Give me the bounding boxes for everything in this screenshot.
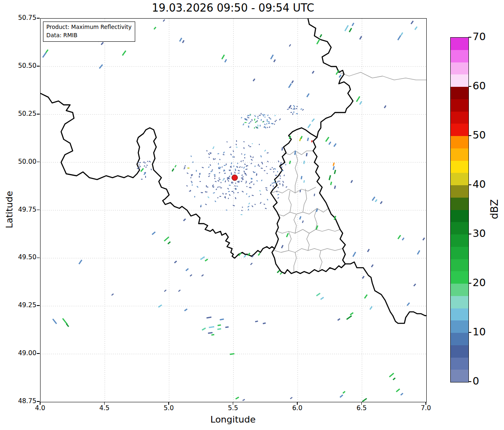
x-tick-label: 5.0 (164, 404, 174, 412)
radar-echo (263, 323, 266, 324)
region-border (339, 72, 427, 80)
clutter-speckle (208, 176, 210, 177)
radar-echo (255, 321, 258, 322)
clutter-speckle (202, 167, 203, 168)
radar-echo (164, 290, 166, 291)
clutter-speckle (207, 150, 207, 151)
clutter-speckle (241, 178, 243, 178)
clutter-speckle (251, 159, 253, 160)
clutter-speckle (255, 204, 256, 205)
clutter-speckle (282, 184, 283, 185)
annotation-box: Product: Maximum Reflectivity Data: RMIB (43, 22, 135, 42)
radar-echo (401, 33, 403, 36)
clutter-speckle (265, 117, 265, 118)
clutter-speckle (287, 109, 289, 110)
clutter-speckle (252, 119, 252, 121)
clutter-speckle (260, 194, 261, 195)
clutter-speckle (281, 162, 282, 163)
radar-echo (329, 142, 331, 145)
clutter-speckle (210, 164, 211, 166)
clutter-speckle (250, 156, 251, 158)
clutter-speckle (265, 188, 268, 188)
radar-echo (307, 93, 309, 97)
radar-echo (320, 297, 323, 299)
clutter-speckle (227, 141, 227, 142)
data-source-line: Data: RMIB (46, 31, 131, 39)
x-tick-label: 5.5 (228, 404, 238, 412)
clutter-speckle (220, 159, 220, 160)
radar-echo (274, 60, 275, 62)
clutter-speckle (268, 122, 270, 122)
clutter-speckle (255, 166, 255, 167)
radar-echo (308, 138, 308, 141)
radar-echo (186, 269, 189, 271)
clutter-speckle (228, 180, 229, 182)
clutter-speckle (267, 121, 268, 122)
clutter-speckle (294, 112, 294, 113)
clutter-speckle (147, 165, 148, 166)
radar-echo (314, 194, 315, 196)
clutter-speckle (215, 181, 217, 182)
colorbar-segment (451, 222, 468, 234)
colorbar-segment (451, 198, 468, 210)
colorbar-tick-mark (468, 184, 471, 185)
radar-echo (363, 276, 364, 279)
radar-echo (141, 168, 143, 172)
clutter-speckle (231, 166, 232, 167)
clutter-speckle (243, 160, 244, 161)
radar-echo (340, 395, 343, 397)
clutter-speckle (261, 180, 262, 181)
country-border (41, 93, 275, 258)
clutter-speckle (267, 173, 268, 174)
clutter-speckle (228, 198, 229, 199)
radar-echo (389, 373, 394, 377)
clutter-speckle (185, 165, 186, 166)
clutter-speckle (279, 181, 280, 182)
radar-echo (236, 397, 239, 399)
clutter-speckle (249, 147, 251, 147)
radar-echo (122, 51, 126, 56)
clutter-speckle (264, 204, 265, 204)
radar-echo (398, 36, 401, 40)
radar-echo (380, 201, 382, 204)
clutter-speckle (244, 164, 246, 165)
x-axis-label: Longitude (40, 414, 426, 425)
clutter-speckle (227, 179, 229, 180)
clutter-speckle (279, 175, 281, 177)
radar-echo (53, 319, 57, 324)
radar-echo (334, 170, 336, 174)
clutter-speckle (191, 177, 191, 179)
clutter-speckle (261, 168, 263, 168)
clutter-speckle (248, 209, 249, 210)
radar-echo (202, 328, 206, 330)
clutter-speckle (264, 114, 265, 115)
radar-echo (312, 119, 314, 122)
clutter-speckle (246, 181, 247, 182)
clutter-speckle (270, 184, 271, 186)
clutter-speckle (254, 115, 256, 117)
colorbar-segment (451, 333, 468, 345)
clutter-speckle (236, 189, 236, 190)
colorbar-segment (451, 271, 468, 284)
radar-echo (205, 259, 208, 261)
radar-echo (243, 399, 245, 401)
region-border (295, 151, 298, 193)
clutter-speckle (296, 106, 298, 107)
clutter-speckle (252, 181, 252, 182)
clutter-speckle (191, 175, 192, 176)
clutter-speckle (245, 118, 245, 119)
region-border (307, 233, 309, 251)
clutter-speckle (230, 170, 230, 171)
radar-echo (415, 27, 417, 30)
clutter-speckle (193, 162, 193, 163)
clutter-speckle (242, 174, 243, 176)
y-tick-mark (37, 305, 40, 306)
clutter-speckle (251, 121, 251, 122)
radar-echo (208, 332, 213, 333)
clutter-speckle (245, 118, 246, 120)
radar-echo (152, 232, 155, 234)
clutter-speckle (248, 203, 250, 205)
country-border (308, 19, 353, 137)
clutter-speckle (242, 191, 244, 192)
colorbar-segment (451, 161, 468, 173)
